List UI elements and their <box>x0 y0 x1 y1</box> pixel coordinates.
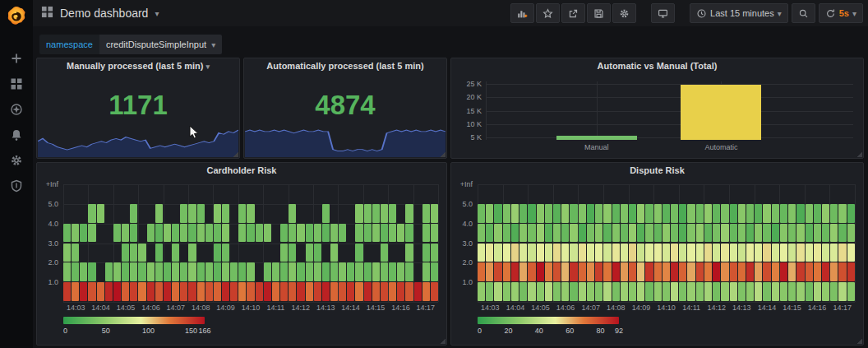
x-axis-label: 14:05 <box>117 304 136 312</box>
x-axis-label: 14:16 <box>808 304 827 312</box>
heatmap-cell <box>264 282 271 301</box>
sidebar-item-create[interactable] <box>9 51 24 66</box>
heatmap-cell <box>847 224 855 243</box>
heatmap-cell <box>105 224 113 243</box>
heatmap-cell <box>603 282 611 301</box>
heatmap-cell <box>414 204 422 223</box>
heatmap-cell <box>679 224 686 243</box>
grafana-logo[interactable] <box>0 0 33 33</box>
heatmap-cell <box>519 282 527 301</box>
heatmap-cell <box>431 224 438 243</box>
heatmap-cell <box>130 224 137 243</box>
heatmap-cell <box>561 282 569 301</box>
heatmap-cell <box>355 282 362 301</box>
heatmap-cell <box>280 244 288 262</box>
refresh-picker[interactable]: 5s ▾ <box>819 3 863 23</box>
x-axis-label: 14:10 <box>242 304 261 312</box>
heatmap-cell <box>364 244 372 262</box>
sidebar-item-configuration[interactable] <box>9 153 24 168</box>
heatmap-cell <box>113 204 121 223</box>
dashboard-settings-button[interactable] <box>612 3 636 23</box>
panel-resize-handle[interactable] <box>856 151 862 157</box>
legend-tick-label: 60 <box>566 327 574 335</box>
cycle-view-mode-button[interactable] <box>651 3 675 23</box>
sidebar-nav <box>0 51 33 193</box>
heatmap-cell <box>314 262 321 281</box>
heatmap-cell <box>339 282 346 301</box>
heatmap-cell <box>721 262 728 281</box>
heatmap-cell <box>280 262 288 281</box>
heatmap-cell <box>595 204 603 223</box>
share-button[interactable] <box>561 3 585 23</box>
panel-resize-handle[interactable] <box>856 338 862 344</box>
heatmap-cell <box>222 204 229 223</box>
dashboard-title-caret[interactable]: ▾ <box>155 9 159 18</box>
time-range-caret: ▾ <box>778 9 782 18</box>
panel-title-manually-processed[interactable]: Manually processed (last 5 min)▾ <box>37 61 239 71</box>
sidebar-item-explore[interactable] <box>9 102 24 117</box>
heatmap-cell <box>587 224 594 243</box>
dashboard-grid-icon <box>41 6 53 21</box>
heatmap-cell <box>330 224 338 243</box>
heatmap-cell <box>570 262 577 281</box>
heatmap-cell <box>730 244 737 262</box>
sidebar-item-server-admin[interactable] <box>9 179 24 193</box>
dashboard-title[interactable]: Demo dashboard <box>60 7 148 20</box>
variable-namespace-dropdown[interactable]: creditDisputeSimpleInput ▾ <box>99 35 222 54</box>
heatmap-cell <box>289 224 296 243</box>
heatmap-cell <box>422 282 430 301</box>
heatmap-cell <box>147 282 155 301</box>
panel-title-dispute-risk[interactable]: Dispute Risk <box>451 165 863 175</box>
heatmap-cell <box>172 224 179 243</box>
heatmap-cell <box>322 224 330 243</box>
add-panel-button[interactable] <box>510 3 534 23</box>
heatmap-cell <box>687 262 695 281</box>
heatmap-cell <box>519 204 527 223</box>
heatmap-cell <box>80 262 87 281</box>
variable-namespace-label: namespace <box>39 35 99 54</box>
legend-tick-label: 80 <box>597 327 605 335</box>
heatmap-cell <box>147 262 155 281</box>
shield-icon <box>10 179 23 193</box>
heatmap-cell <box>511 224 519 243</box>
heatmap-cell <box>80 282 87 301</box>
y-axis-label: 1.0 <box>48 278 58 286</box>
heatmap-cell <box>256 262 263 281</box>
heatmap-cell <box>721 282 728 301</box>
save-button[interactable] <box>587 3 611 23</box>
panel-resize-handle[interactable] <box>440 151 446 157</box>
heatmap-cell <box>494 204 501 223</box>
heatmap-cell <box>780 224 787 243</box>
time-range-picker[interactable]: Last 15 minutes ▾ <box>690 3 788 23</box>
heatmap-cell <box>147 244 155 262</box>
heatmap-cell <box>238 262 246 281</box>
star-button[interactable] <box>536 3 560 23</box>
heatmap-cell <box>247 262 254 281</box>
heatmap-cell <box>130 282 137 301</box>
refresh-icon <box>825 8 836 19</box>
panel-title-automatic-vs-manual[interactable]: Automatic vs Manual (Total) <box>451 61 863 71</box>
heatmap-cell <box>256 244 263 262</box>
heatmap-cell <box>746 244 754 262</box>
heatmap-cell <box>414 282 422 301</box>
sidebar-item-dashboards[interactable] <box>9 77 24 91</box>
panel-title-cardholder-risk[interactable]: Cardholder Risk <box>37 165 446 175</box>
heatmap-cell <box>431 262 438 281</box>
heatmap-cell <box>88 282 95 301</box>
sidebar-item-alerting[interactable] <box>9 128 24 142</box>
panel-resize-handle[interactable] <box>233 151 238 157</box>
zoom-out-time-button[interactable] <box>792 3 815 23</box>
heatmap-cell <box>494 262 501 281</box>
heatmap-cell <box>780 204 787 223</box>
heatmap-cell <box>164 204 171 223</box>
heatmap-cell <box>570 224 577 243</box>
heatmap-cell <box>696 282 704 301</box>
dashboards-icon <box>10 77 23 90</box>
heatmap-cell <box>830 224 838 243</box>
panel-title-automatically-processed[interactable]: Automatically processed (last 5 min) <box>244 61 446 71</box>
heatmap-cell <box>431 204 438 223</box>
template-variables-row: namespace creditDisputeSimpleInput ▾ <box>39 35 222 54</box>
heatmap-cell <box>696 262 704 281</box>
panel-resize-handle[interactable] <box>440 338 446 344</box>
heatmap-cell <box>214 224 221 243</box>
